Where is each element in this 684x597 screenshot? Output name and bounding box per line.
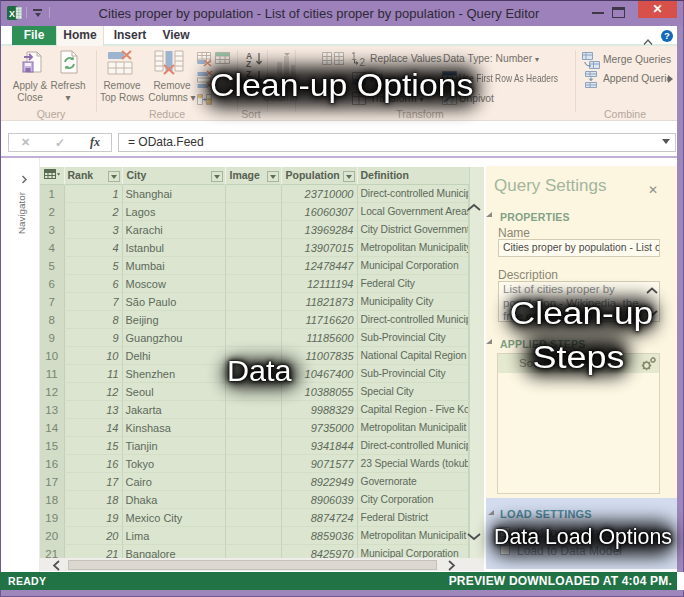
svg-text:2: 2 — [360, 57, 366, 67]
svg-text:1: 1 — [351, 51, 357, 62]
svg-text:X: X — [9, 9, 15, 19]
